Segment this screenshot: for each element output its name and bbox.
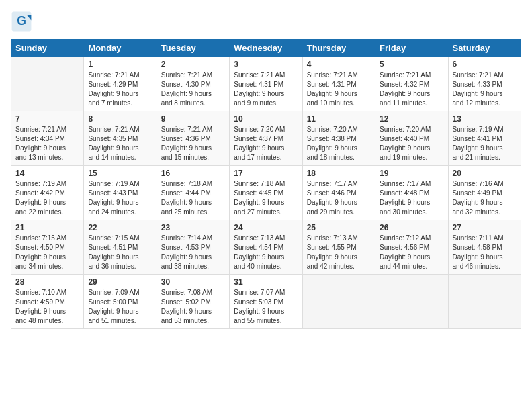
- day-info: Sunrise: 7:21 AM Sunset: 4:29 PM Dayligh…: [88, 71, 152, 108]
- calendar-day-cell: 19Sunrise: 7:17 AM Sunset: 4:48 PM Dayli…: [375, 166, 448, 220]
- calendar-day-cell: 11Sunrise: 7:20 AM Sunset: 4:38 PM Dayli…: [302, 111, 375, 166]
- day-number: 6: [453, 60, 517, 69]
- day-number: 2: [161, 60, 225, 69]
- day-info: Sunrise: 7:10 AM Sunset: 4:59 PM Dayligh…: [15, 288, 79, 326]
- calendar-day-cell: 23Sunrise: 7:14 AM Sunset: 4:53 PM Dayli…: [157, 220, 229, 275]
- day-number: 29: [88, 277, 152, 287]
- calendar-day-cell: 22Sunrise: 7:15 AM Sunset: 4:51 PM Dayli…: [84, 220, 157, 275]
- day-number: 22: [88, 223, 152, 232]
- calendar-day-cell: 1Sunrise: 7:21 AM Sunset: 4:29 PM Daylig…: [84, 57, 157, 111]
- day-info: Sunrise: 7:16 AM Sunset: 4:49 PM Dayligh…: [453, 179, 517, 217]
- calendar-day-cell: 17Sunrise: 7:18 AM Sunset: 4:45 PM Dayli…: [230, 166, 302, 220]
- day-number: 30: [161, 277, 225, 287]
- calendar-day-cell: [448, 275, 521, 329]
- day-info: Sunrise: 7:19 AM Sunset: 4:42 PM Dayligh…: [15, 179, 79, 217]
- calendar-day-cell: [11, 57, 84, 111]
- day-number: 15: [88, 169, 152, 178]
- day-number: 18: [307, 169, 371, 178]
- day-number: 5: [380, 60, 443, 69]
- day-number: 1: [88, 60, 152, 69]
- calendar-day-cell: 18Sunrise: 7:17 AM Sunset: 4:46 PM Dayli…: [302, 166, 375, 220]
- calendar-day-cell: 13Sunrise: 7:19 AM Sunset: 4:41 PM Dayli…: [448, 111, 521, 166]
- day-number: 23: [161, 223, 225, 232]
- day-info: Sunrise: 7:08 AM Sunset: 5:02 PM Dayligh…: [161, 288, 225, 326]
- calendar-week-row: 7Sunrise: 7:21 AM Sunset: 4:34 PM Daylig…: [11, 111, 521, 166]
- day-number: 26: [380, 223, 443, 232]
- calendar-day-cell: [302, 275, 375, 329]
- day-number: 31: [234, 277, 298, 287]
- day-number: 10: [234, 114, 298, 124]
- day-info: Sunrise: 7:20 AM Sunset: 4:38 PM Dayligh…: [307, 125, 371, 163]
- day-number: 11: [307, 114, 371, 124]
- day-info: Sunrise: 7:14 AM Sunset: 4:53 PM Dayligh…: [161, 234, 225, 271]
- calendar-week-row: 21Sunrise: 7:15 AM Sunset: 4:50 PM Dayli…: [11, 220, 521, 275]
- day-info: Sunrise: 7:18 AM Sunset: 4:45 PM Dayligh…: [234, 179, 298, 217]
- day-info: Sunrise: 7:09 AM Sunset: 5:00 PM Dayligh…: [88, 288, 152, 326]
- calendar-day-cell: 8Sunrise: 7:21 AM Sunset: 4:35 PM Daylig…: [84, 111, 157, 166]
- calendar-day-cell: 31Sunrise: 7:07 AM Sunset: 5:03 PM Dayli…: [230, 275, 302, 329]
- day-number: 13: [453, 114, 517, 124]
- calendar-day-cell: 20Sunrise: 7:16 AM Sunset: 4:49 PM Dayli…: [448, 166, 521, 220]
- calendar-week-row: 1Sunrise: 7:21 AM Sunset: 4:29 PM Daylig…: [11, 57, 521, 111]
- day-number: 28: [15, 277, 79, 287]
- calendar-day-cell: 4Sunrise: 7:21 AM Sunset: 4:31 PM Daylig…: [302, 57, 375, 111]
- day-info: Sunrise: 7:20 AM Sunset: 4:40 PM Dayligh…: [380, 125, 443, 163]
- day-info: Sunrise: 7:17 AM Sunset: 4:48 PM Dayligh…: [380, 179, 443, 217]
- calendar-week-row: 28Sunrise: 7:10 AM Sunset: 4:59 PM Dayli…: [11, 275, 521, 329]
- day-info: Sunrise: 7:12 AM Sunset: 4:56 PM Dayligh…: [380, 234, 443, 271]
- day-info: Sunrise: 7:19 AM Sunset: 4:43 PM Dayligh…: [88, 179, 152, 217]
- calendar-day-cell: 15Sunrise: 7:19 AM Sunset: 4:43 PM Dayli…: [84, 166, 157, 220]
- calendar-day-cell: 27Sunrise: 7:11 AM Sunset: 4:58 PM Dayli…: [448, 220, 521, 275]
- header: G: [11, 11, 521, 32]
- calendar-day-cell: 29Sunrise: 7:09 AM Sunset: 5:00 PM Dayli…: [84, 275, 157, 329]
- calendar-day-cell: 16Sunrise: 7:18 AM Sunset: 4:44 PM Dayli…: [157, 166, 229, 220]
- day-of-week-header: Tuesday: [157, 40, 229, 57]
- day-number: 21: [15, 223, 79, 232]
- calendar-day-cell: 25Sunrise: 7:13 AM Sunset: 4:55 PM Dayli…: [302, 220, 375, 275]
- day-info: Sunrise: 7:11 AM Sunset: 4:58 PM Dayligh…: [453, 234, 517, 271]
- calendar-day-cell: 5Sunrise: 7:21 AM Sunset: 4:32 PM Daylig…: [375, 57, 448, 111]
- day-number: 8: [88, 114, 152, 124]
- calendar-day-cell: 26Sunrise: 7:12 AM Sunset: 4:56 PM Dayli…: [375, 220, 448, 275]
- day-info: Sunrise: 7:17 AM Sunset: 4:46 PM Dayligh…: [307, 179, 371, 217]
- day-info: Sunrise: 7:19 AM Sunset: 4:41 PM Dayligh…: [453, 125, 517, 163]
- calendar-day-cell: 28Sunrise: 7:10 AM Sunset: 4:59 PM Dayli…: [11, 275, 84, 329]
- day-of-week-header: Friday: [375, 40, 448, 57]
- calendar-day-cell: 12Sunrise: 7:20 AM Sunset: 4:40 PM Dayli…: [375, 111, 448, 166]
- calendar-day-cell: [375, 275, 448, 329]
- day-number: 27: [453, 223, 517, 232]
- day-info: Sunrise: 7:13 AM Sunset: 4:54 PM Dayligh…: [234, 234, 298, 271]
- logo-icon: G: [11, 11, 32, 32]
- calendar-day-cell: 9Sunrise: 7:21 AM Sunset: 4:36 PM Daylig…: [157, 111, 229, 166]
- calendar-day-cell: 3Sunrise: 7:21 AM Sunset: 4:31 PM Daylig…: [230, 57, 302, 111]
- calendar-day-cell: 30Sunrise: 7:08 AM Sunset: 5:02 PM Dayli…: [157, 275, 229, 329]
- calendar-table: SundayMondayTuesdayWednesdayThursdayFrid…: [11, 39, 521, 329]
- day-info: Sunrise: 7:07 AM Sunset: 5:03 PM Dayligh…: [234, 288, 298, 326]
- day-info: Sunrise: 7:21 AM Sunset: 4:32 PM Dayligh…: [380, 71, 443, 108]
- calendar-day-cell: 2Sunrise: 7:21 AM Sunset: 4:30 PM Daylig…: [157, 57, 229, 111]
- day-number: 3: [234, 60, 298, 69]
- day-info: Sunrise: 7:21 AM Sunset: 4:35 PM Dayligh…: [88, 125, 152, 163]
- day-info: Sunrise: 7:13 AM Sunset: 4:55 PM Dayligh…: [307, 234, 371, 271]
- calendar-day-cell: 14Sunrise: 7:19 AM Sunset: 4:42 PM Dayli…: [11, 166, 84, 220]
- day-number: 17: [234, 169, 298, 178]
- day-of-week-header: Sunday: [11, 40, 84, 57]
- calendar-day-cell: 24Sunrise: 7:13 AM Sunset: 4:54 PM Dayli…: [230, 220, 302, 275]
- calendar-container: G SundayMondayTuesdayWednesdayThursdayFr…: [0, 0, 532, 411]
- svg-text:G: G: [17, 14, 26, 28]
- day-number: 4: [307, 60, 371, 69]
- day-info: Sunrise: 7:21 AM Sunset: 4:31 PM Dayligh…: [234, 71, 298, 108]
- calendar-day-cell: 21Sunrise: 7:15 AM Sunset: 4:50 PM Dayli…: [11, 220, 84, 275]
- day-of-week-header: Saturday: [448, 40, 521, 57]
- day-number: 19: [380, 169, 443, 178]
- day-info: Sunrise: 7:15 AM Sunset: 4:50 PM Dayligh…: [15, 234, 79, 271]
- day-number: 20: [453, 169, 517, 178]
- day-number: 24: [234, 223, 298, 232]
- day-number: 12: [380, 114, 443, 124]
- logo: G: [11, 11, 35, 32]
- day-info: Sunrise: 7:15 AM Sunset: 4:51 PM Dayligh…: [88, 234, 152, 271]
- day-number: 16: [161, 169, 225, 178]
- day-info: Sunrise: 7:21 AM Sunset: 4:30 PM Dayligh…: [161, 71, 225, 108]
- calendar-day-cell: 10Sunrise: 7:20 AM Sunset: 4:37 PM Dayli…: [230, 111, 302, 166]
- day-number: 7: [15, 114, 79, 124]
